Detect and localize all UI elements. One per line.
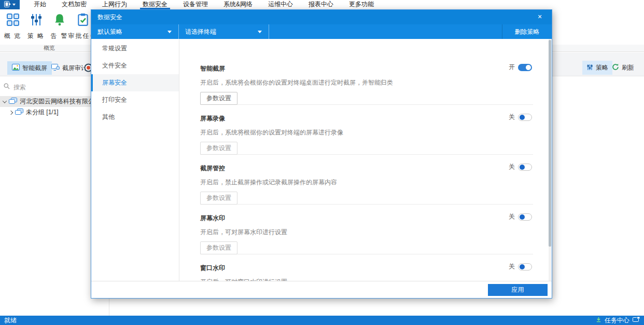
toggle-state-label: 关	[509, 113, 515, 121]
toggle-state-label: 关	[509, 212, 515, 221]
param-settings-button[interactable]: 参数设置	[200, 142, 237, 155]
status-bar: 就绪 任务中心	[0, 316, 644, 325]
section-description: 开启后，系统将会根据你的设置对终端桌面进行定时截屏，并智能归类	[200, 78, 533, 87]
sidebar-item-print-security[interactable]: 打印安全	[91, 91, 179, 109]
scrollbar-thumb[interactable]	[549, 40, 551, 247]
ribbon-policy-button[interactable]: 策 略	[24, 13, 48, 40]
toggle-switch[interactable]	[518, 213, 532, 221]
screen-watermark-toggle[interactable]: 关	[509, 212, 532, 221]
menu-item-more[interactable]: 更多功能	[341, 0, 382, 9]
tab-smart-screenshot[interactable]: 智能截屏	[7, 61, 52, 75]
filter-bar-spacer	[269, 24, 502, 39]
window-watermark-toggle[interactable]: 关	[509, 262, 532, 271]
menu-item-start[interactable]: 开始	[26, 0, 54, 9]
ribbon-overview-button[interactable]: 概 览	[1, 13, 24, 40]
section-title: 屏幕水印	[200, 214, 533, 223]
close-icon[interactable]: ×	[535, 12, 544, 22]
screenshot-control-toggle[interactable]: 关	[509, 162, 532, 171]
chevron-down-icon	[12, 4, 16, 6]
tab-smart-screenshot-label: 智能截屏	[22, 64, 47, 73]
grid-icon	[6, 13, 20, 28]
section-title: 窗口水印	[200, 264, 533, 273]
search-icon	[4, 83, 10, 91]
task-center-button[interactable]: 任务中心	[605, 316, 629, 325]
message-monitor-icon[interactable]	[633, 317, 640, 324]
data-security-dialog: 数据安全 × 默认策略 请选择终端 删除策略 常规设置 文件安全 屏幕安全 打印…	[91, 9, 552, 299]
status-text: 就绪	[4, 316, 17, 325]
bell-icon	[53, 13, 66, 28]
refresh-button[interactable]: 刷新	[608, 61, 638, 75]
policy-dropdown[interactable]: 默认策略	[91, 24, 179, 39]
menu-item-ops-center[interactable]: 运维中心	[260, 0, 301, 9]
screen-audit-icon	[51, 64, 60, 72]
sidebar-item-other[interactable]: 其他	[91, 109, 179, 126]
section-screenshot-control: 截屏管控 关 开启后，禁止截屏操作或记录截屏操作的屏幕内容 参数设置	[200, 155, 533, 205]
toggle-switch[interactable]	[518, 263, 532, 270]
ribbon-policy-label: 策 略	[27, 32, 45, 40]
apply-button[interactable]: 应用	[488, 284, 548, 296]
sidebar-item-screen-security[interactable]: 屏幕安全	[91, 74, 179, 91]
menu-item-system-network[interactable]: 系统&网络	[216, 0, 260, 9]
menu-item-data-security[interactable]: 数据安全	[135, 0, 175, 9]
chevron-right-icon	[9, 110, 13, 114]
computer-group-icon	[15, 109, 23, 117]
policy-dropdown-value: 默认策略	[97, 28, 122, 36]
refresh-icon	[612, 63, 619, 72]
param-settings-button[interactable]: 参数设置	[200, 92, 237, 105]
section-description: 开启后，可对屏幕水印进行设置	[200, 228, 533, 237]
terminal-dropdown-value: 请选择终端	[185, 28, 216, 36]
dialog-content: 智能截屏 开 开启后，系统将会根据你的设置对终端桌面进行定时截屏，并智能归类 参…	[179, 39, 552, 281]
dialog-filter-bar: 默认策略 请选择终端 删除策略	[91, 24, 552, 39]
toggle-state-label: 关	[509, 262, 515, 271]
main-menu: 开始 文档加密 上网行为 数据安全 设备管理 系统&网络 运维中心 报表中心 更…	[26, 0, 382, 9]
section-title: 截屏管控	[200, 164, 533, 173]
delete-policy-button[interactable]: 删除策略	[502, 24, 552, 39]
menu-item-doc-encrypt[interactable]: 文档加密	[54, 0, 94, 9]
menu-bar: 开始 文档加密 上网行为 数据安全 设备管理 系统&网络 运维中心 报表中心 更…	[0, 0, 644, 9]
section-smart-screenshot: 智能截屏 开 开启后，系统将会根据你的设置对终端桌面进行定时截屏，并智能归类 参…	[200, 55, 533, 105]
computer-group-icon	[9, 98, 17, 106]
search-input[interactable]	[13, 84, 91, 91]
toggle-switch[interactable]	[518, 64, 532, 71]
dialog-title-bar[interactable]: 数据安全 ×	[91, 10, 552, 24]
policy-button-label: 策略	[596, 63, 608, 72]
toggle-state-label: 关	[509, 162, 515, 171]
section-title: 屏幕录像	[200, 114, 533, 123]
screen-recording-toggle[interactable]: 关	[509, 113, 532, 121]
menu-item-web-behavior[interactable]: 上网行为	[94, 0, 135, 9]
dialog-body: 常规设置 文件安全 屏幕安全 打印安全 其他 智能截屏 开 开启后，系统将会根据…	[91, 39, 552, 281]
app-menu-button[interactable]	[0, 0, 20, 9]
chevron-down-icon	[3, 99, 7, 103]
dialog-sidebar: 常规设置 文件安全 屏幕安全 打印安全 其他	[91, 39, 179, 281]
section-screen-recording: 屏幕录像 关 开启后，系统将根据你的设置对终端的屏幕进行录像 参数设置	[200, 105, 533, 155]
sliders-icon	[586, 64, 593, 72]
ribbon-alert-label: 告 警	[51, 32, 68, 40]
picture-icon	[12, 64, 20, 72]
ribbon-overview-label: 概 览	[4, 32, 21, 40]
download-arrow-icon	[596, 317, 601, 324]
param-settings-button[interactable]: 参数设置	[200, 241, 237, 254]
refresh-button-label: 刷新	[622, 63, 634, 72]
menu-item-report-center[interactable]: 报表中心	[301, 0, 341, 9]
application-window: 开始 文档加密 上网行为 数据安全 设备管理 系统&网络 运维中心 报表中心 更…	[0, 0, 644, 325]
smart-screenshot-toggle[interactable]: 开	[509, 63, 532, 72]
section-description: 开启后，系统将根据你的设置对终端的屏幕进行录像	[200, 128, 533, 137]
dialog-scrollbar[interactable]	[549, 39, 551, 281]
chevron-down-icon	[258, 31, 262, 33]
toggle-state-label: 开	[509, 63, 515, 72]
sidebar-item-file-security[interactable]: 文件安全	[91, 57, 179, 74]
ribbon-alert-button[interactable]: 告 警	[48, 13, 71, 40]
ribbon-group-label: 概览	[0, 45, 99, 51]
terminal-dropdown[interactable]: 请选择终端	[179, 24, 269, 39]
dialog-footer: 应用	[91, 281, 552, 298]
section-window-watermark: 窗口水印 关 开启后，可对窗口水印进行设置 参数设置	[200, 254, 533, 281]
toggle-switch[interactable]	[518, 164, 532, 171]
sliders-icon	[30, 13, 43, 28]
sidebar-item-general[interactable]: 常规设置	[91, 40, 179, 57]
dialog-title: 数据安全	[97, 13, 122, 22]
app-window-icon	[4, 1, 11, 9]
tab-screenshot-audit-label: 截屏审计	[62, 64, 87, 73]
menu-item-device-mgmt[interactable]: 设备管理	[175, 0, 216, 9]
toggle-switch[interactable]	[518, 114, 532, 121]
param-settings-button[interactable]: 参数设置	[200, 192, 237, 205]
